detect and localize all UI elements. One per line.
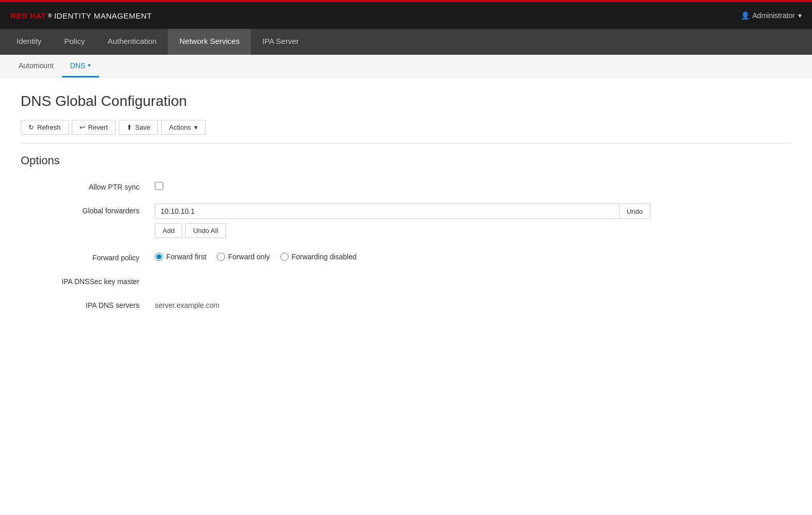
brand-rest: IDENTITY MANAGEMENT [54, 11, 152, 20]
ipa-dnssec-key-master-row: IPA DNSSec key master [21, 274, 791, 286]
allow-ptr-sync-row: Allow PTR sync [21, 180, 791, 191]
main-nav: Identity Policy Authentication Network S… [0, 29, 812, 55]
brand-redhat: RED HAT [10, 11, 46, 20]
user-icon: 👤 [741, 11, 750, 20]
dns-chevron-icon: ▾ [88, 62, 91, 69]
ipa-dnssec-key-master-value [155, 274, 791, 277]
actions-button[interactable]: Actions ▾ [161, 120, 205, 135]
forward-first-radio[interactable] [155, 253, 163, 261]
global-forwarders-undo-all-button[interactable]: Undo All [185, 223, 226, 238]
forward-only-radio[interactable] [217, 253, 225, 261]
ipa-dns-servers-control: server.example.com [155, 298, 791, 309]
radio-option-forward-first: Forward first [155, 253, 206, 261]
brand-hat-symbol: ® [48, 13, 52, 19]
forward-policy-row: Forward policy Forward first Forward onl… [21, 251, 791, 262]
forwarding-disabled-label[interactable]: Forwarding disabled [292, 253, 357, 261]
user-caret-icon: ▾ [798, 11, 802, 20]
nav-item-policy[interactable]: Policy [53, 29, 96, 55]
forward-policy-radio-group: Forward first Forward only Forwarding di… [155, 251, 791, 261]
save-icon: ⬆ [126, 123, 132, 131]
revert-icon: ↩ [79, 123, 85, 131]
refresh-icon: ↻ [28, 123, 34, 131]
revert-button[interactable]: ↩ Revert [72, 120, 116, 135]
actions-caret-icon: ▾ [194, 123, 198, 131]
radio-option-forward-only: Forward only [217, 253, 270, 261]
allow-ptr-sync-checkbox[interactable] [155, 182, 163, 190]
header: RED HAT ® IDENTITY MANAGEMENT 👤 Administ… [0, 2, 812, 29]
nav-item-authentication[interactable]: Authentication [96, 29, 168, 55]
global-forwarders-undo-button[interactable]: Undo [619, 204, 650, 219]
ipa-dnssec-key-master-label: IPA DNSSec key master [21, 274, 155, 286]
sub-nav-automount[interactable]: Automount [10, 55, 62, 77]
global-forwarders-control: Undo Add Undo All [155, 204, 791, 238]
save-button[interactable]: ⬆ Save [119, 120, 158, 135]
options-section-title: Options [21, 154, 791, 167]
nav-item-identity[interactable]: Identity [5, 29, 53, 55]
nav-item-network-services[interactable]: Network Services [168, 29, 251, 55]
sub-nav: Automount DNS ▾ [0, 55, 812, 77]
refresh-button[interactable]: ↻ Refresh [21, 120, 69, 135]
user-menu[interactable]: 👤 Administrator ▾ [741, 11, 802, 20]
global-forwarders-row: Global forwarders Undo Add Undo All [21, 204, 791, 238]
global-forwarders-sub-buttons: Add Undo All [155, 223, 791, 238]
forwarding-disabled-radio[interactable] [280, 253, 289, 261]
allow-ptr-sync-label: Allow PTR sync [21, 180, 155, 191]
ipa-dns-servers-label: IPA DNS servers [21, 298, 155, 309]
global-forwarders-add-button[interactable]: Add [155, 223, 182, 238]
ipa-dnssec-key-master-control [155, 274, 791, 277]
nav-item-ipa-server[interactable]: IPA Server [251, 29, 310, 55]
global-forwarders-input-group: Undo [155, 204, 650, 219]
global-forwarders-input[interactable] [155, 204, 619, 219]
user-label: Administrator [753, 11, 795, 20]
forward-policy-control: Forward first Forward only Forwarding di… [155, 251, 791, 261]
global-forwarders-label: Global forwarders [21, 204, 155, 215]
page-content: DNS Global Configuration ↻ Refresh ↩ Rev… [0, 77, 812, 337]
radio-option-forwarding-disabled: Forwarding disabled [280, 253, 357, 261]
allow-ptr-sync-control [155, 180, 791, 190]
brand-logo: RED HAT ® IDENTITY MANAGEMENT [10, 11, 152, 20]
forward-only-label[interactable]: Forward only [228, 253, 270, 261]
ipa-dns-servers-row: IPA DNS servers server.example.com [21, 298, 791, 309]
forward-first-label[interactable]: Forward first [166, 253, 206, 261]
ipa-dns-servers-value: server.example.com [155, 298, 791, 309]
toolbar: ↻ Refresh ↩ Revert ⬆ Save Actions ▾ [21, 120, 791, 144]
sub-nav-dns[interactable]: DNS ▾ [62, 55, 100, 77]
forward-policy-label: Forward policy [21, 251, 155, 262]
page-title: DNS Global Configuration [21, 93, 791, 110]
